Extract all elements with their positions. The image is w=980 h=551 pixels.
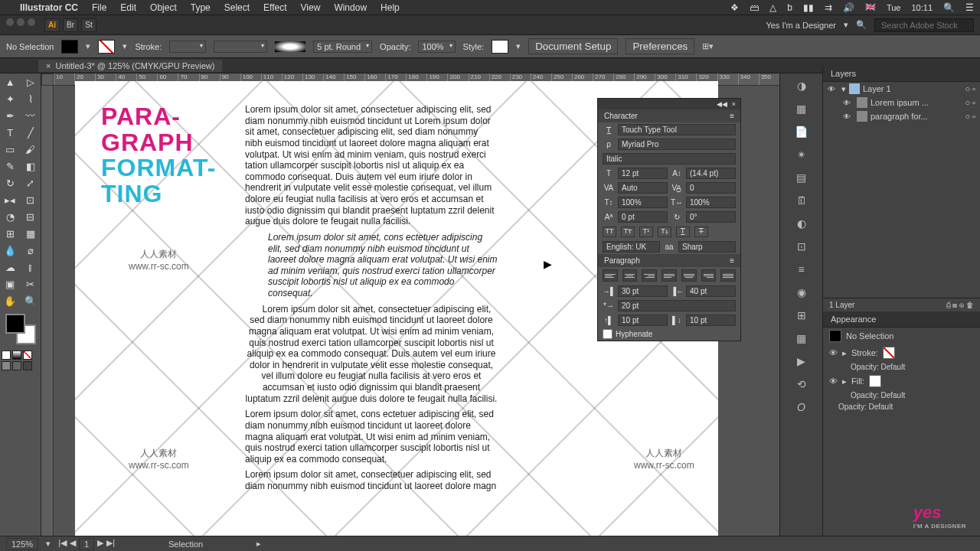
eyedropper-tool[interactable]: 💧 xyxy=(0,242,21,259)
smallcaps-btn[interactable]: Tᴛ xyxy=(621,227,635,237)
indent-right[interactable]: 40 pt xyxy=(686,285,736,297)
expand-icon[interactable]: ▾ xyxy=(841,84,846,94)
underline-btn[interactable]: T̲ xyxy=(676,227,690,237)
sublayer-name[interactable]: Lorem ipsum ... xyxy=(871,98,929,107)
menu-effect[interactable]: Effect xyxy=(263,2,286,13)
account-name[interactable]: Yes I'm a Designer xyxy=(766,21,836,30)
stroke-swatch[interactable] xyxy=(883,347,895,359)
last-artboard[interactable]: ▶| xyxy=(106,538,115,550)
font-family[interactable]: Myriad Pro xyxy=(618,139,736,150)
font-style[interactable]: Italic xyxy=(603,153,736,165)
sublayer-name[interactable]: paragraph for... xyxy=(871,112,928,121)
panel-dock-icon[interactable]: ◀◀ xyxy=(717,100,727,108)
clock-time[interactable]: 10:11 xyxy=(911,3,933,12)
menu-window[interactable]: Window xyxy=(334,2,367,13)
layer-buttons[interactable]: ⎙ ▦ ⊕ 🗑 xyxy=(946,301,974,309)
align-panel-icon[interactable]: ≡ xyxy=(798,263,804,276)
free-transform-tool[interactable]: ⊡ xyxy=(21,191,41,208)
eye-icon[interactable]: 👁 xyxy=(829,348,838,357)
sw-grad[interactable] xyxy=(12,350,21,360)
app-name[interactable]: Illustrator CC xyxy=(20,2,78,13)
fill-swatch[interactable] xyxy=(61,40,78,54)
transparency-panel-icon[interactable]: ◐ xyxy=(797,217,806,230)
antialias[interactable]: Sharp xyxy=(678,241,736,253)
stroke-weight[interactable] xyxy=(169,41,206,53)
links-panel-icon[interactable]: ⟲ xyxy=(797,378,806,390)
char-rotation[interactable]: 0° xyxy=(686,211,736,223)
shape-builder-tool[interactable]: ◔ xyxy=(0,208,21,225)
expand-icon[interactable]: ▸ xyxy=(842,348,847,358)
app-opacity[interactable]: Opacity: Default xyxy=(823,401,980,412)
actions-panel-icon[interactable]: ▶ xyxy=(797,355,805,367)
spotlight-icon[interactable]: 🔍 xyxy=(943,2,955,13)
artboard-heading[interactable]: PARA- GRAPH FORMAT- TING xyxy=(101,104,216,207)
sub-btn[interactable]: T₁ xyxy=(658,227,671,237)
strike-btn[interactable]: T̶ xyxy=(694,227,708,237)
justify-left[interactable] xyxy=(662,269,677,282)
min-window[interactable] xyxy=(17,18,24,26)
zoom-tool[interactable]: 🔍 xyxy=(21,292,41,309)
sw-nocolor[interactable] xyxy=(23,350,32,360)
eraser-tool[interactable]: ◧ xyxy=(21,158,41,174)
asset-panel-icon[interactable]: ⊞ xyxy=(797,309,806,321)
opacity-dd[interactable]: 100% xyxy=(418,41,455,53)
zoom-dd[interactable]: ▾ xyxy=(46,539,51,549)
search-icon[interactable]: 🔍 xyxy=(856,20,867,30)
eye-icon[interactable]: 👁 xyxy=(843,99,854,107)
curvature-tool[interactable]: 〰 xyxy=(21,107,41,124)
sw-none[interactable] xyxy=(2,350,11,360)
width-tool[interactable]: ▸◂ xyxy=(0,191,21,208)
gradient-panel-icon[interactable]: 🗓 xyxy=(796,194,807,207)
status-icon[interactable]: ❖ xyxy=(730,2,739,13)
style-dd[interactable]: ▾ xyxy=(516,41,521,51)
notification-icon[interactable]: ☰ xyxy=(965,2,974,13)
doc-setup-button[interactable]: Document Setup xyxy=(528,38,618,54)
menu-file[interactable]: File xyxy=(92,2,106,13)
stock-icon[interactable]: St xyxy=(81,18,96,32)
menu-edit[interactable]: Edit xyxy=(120,2,136,13)
para-menu-icon[interactable]: ≡ xyxy=(730,256,734,265)
scale-tool[interactable]: ⤢ xyxy=(21,174,41,191)
wifi-icon[interactable]: ⇉ xyxy=(825,2,832,13)
rectangle-tool[interactable]: ▭ xyxy=(0,141,21,158)
space-after[interactable]: 10 pt xyxy=(686,315,736,326)
style-swatch[interactable] xyxy=(492,40,508,54)
blend-tool[interactable]: ⌀ xyxy=(21,242,41,259)
hyphenate-check[interactable] xyxy=(603,329,612,339)
color-panel-icon[interactable]: ◑ xyxy=(797,80,806,92)
battery-icon[interactable]: ▮▮ xyxy=(803,2,814,13)
drive-icon[interactable]: △ xyxy=(769,2,776,13)
touch-type-btn[interactable]: Touch Type Tool xyxy=(618,124,736,135)
eye-icon[interactable]: 👁 xyxy=(829,377,838,386)
sw-inside[interactable] xyxy=(23,361,32,370)
panel-menu-icon[interactable]: ≡ xyxy=(730,112,734,120)
align-right[interactable] xyxy=(642,269,657,282)
para-title[interactable]: Paragraph xyxy=(604,256,640,265)
justify-all[interactable] xyxy=(720,269,736,282)
max-window[interactable] xyxy=(28,18,35,26)
search-input[interactable] xyxy=(874,18,974,32)
next-artboard[interactable]: ▶ xyxy=(97,538,103,550)
body-text-frame[interactable]: Lorem ipsum dolor sit amet, consectetuer… xyxy=(245,104,498,497)
close-window[interactable] xyxy=(6,18,14,26)
ruler-vertical[interactable] xyxy=(41,86,54,536)
lasso-tool[interactable]: ⌇ xyxy=(21,90,41,107)
prev-artboard[interactable]: ◀ xyxy=(70,538,76,550)
graph-tool[interactable]: ⫿ xyxy=(21,259,41,276)
type-tool[interactable]: T xyxy=(0,124,21,141)
symbol-tool[interactable]: ☁ xyxy=(0,259,21,276)
sw-behind[interactable] xyxy=(12,361,21,370)
menu-help[interactable]: Help xyxy=(381,2,400,13)
first-artboard[interactable]: |◀ xyxy=(58,538,67,550)
indent-left[interactable]: 30 pt xyxy=(618,285,668,297)
menu-view[interactable]: View xyxy=(301,2,321,13)
line-tool[interactable]: ╱ xyxy=(21,124,41,141)
artboard-num[interactable]: 1 xyxy=(79,538,94,550)
layer-1[interactable]: 👁 ▾ Layer 1 ○ ▫ xyxy=(823,82,980,96)
hscale[interactable]: 100% xyxy=(686,197,736,208)
libraries-panel-icon[interactable]: ▦ xyxy=(796,332,806,344)
baseline[interactable]: 0 pt xyxy=(618,211,668,223)
lang-flag[interactable]: 🇬🇧 xyxy=(865,2,876,12)
eye-icon[interactable]: 👁 xyxy=(843,112,854,121)
slice-tool[interactable]: ✂ xyxy=(21,276,41,292)
